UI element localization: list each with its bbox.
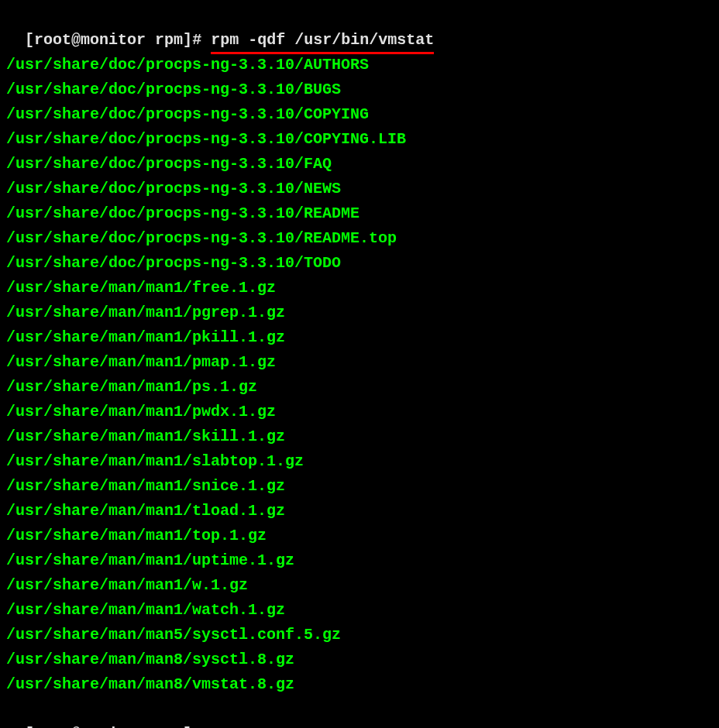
output-line: /usr/share/man/man1/tload.1.gz <box>6 499 713 524</box>
output-line: /usr/share/man/man1/ps.1.gz <box>6 375 713 400</box>
red-underline-annotation <box>211 52 434 54</box>
output-line: /usr/share/man/man1/skill.1.gz <box>6 424 713 449</box>
output-line: /usr/share/man/man1/uptime.1.gz <box>6 548 713 573</box>
output-line: /usr/share/doc/procps-ng-3.3.10/BUGS <box>6 77 713 102</box>
output-line: /usr/share/man/man5/sysctl.conf.5.gz <box>6 623 713 647</box>
output-line: /usr/share/man/man1/slabtop.1.gz <box>6 449 713 474</box>
output-line: /usr/share/man/man1/watch.1.gz <box>6 598 713 623</box>
output-line: /usr/share/man/man1/w.1.gz <box>6 573 713 598</box>
output-line: /usr/share/doc/procps-ng-3.3.10/TODO <box>6 251 713 276</box>
prompt-symbol: # <box>192 31 201 49</box>
prompt-host: monitor <box>81 725 146 728</box>
command-output: /usr/share/doc/procps-ng-3.3.10/AUTHORS/… <box>6 53 713 697</box>
command-line[interactable]: [root@monitor rpm]# rpm -qdf /usr/bin/vm… <box>6 3 713 53</box>
shell-prompt: [root@monitor rpm]# <box>25 725 201 728</box>
output-line: /usr/share/man/man1/free.1.gz <box>6 276 713 300</box>
prompt-user: root <box>34 725 71 728</box>
output-line: /usr/share/doc/procps-ng-3.3.10/NEWS <box>6 177 713 201</box>
output-line: /usr/share/doc/procps-ng-3.3.10/COPYING.… <box>6 127 713 152</box>
output-line: /usr/share/man/man1/snice.1.gz <box>6 474 713 499</box>
output-line: /usr/share/man/man1/top.1.gz <box>6 524 713 548</box>
output-line: /usr/share/man/man1/pgrep.1.gz <box>6 300 713 325</box>
output-line: /usr/share/doc/procps-ng-3.3.10/README.t… <box>6 226 713 251</box>
output-line: /usr/share/doc/procps-ng-3.3.10/AUTHORS <box>6 53 713 77</box>
command-highlight: rpm -qdf /usr/bin/vmstat <box>211 28 434 53</box>
output-line: /usr/share/doc/procps-ng-3.3.10/README <box>6 201 713 226</box>
output-line: /usr/share/man/man8/vmstat.8.gz <box>6 672 713 697</box>
next-prompt-line[interactable]: [root@monitor rpm]# <box>6 697 713 728</box>
output-line: /usr/share/man/man1/pmap.1.gz <box>6 350 713 375</box>
prompt-host: monitor <box>81 31 146 49</box>
output-line: /usr/share/man/man1/pkill.1.gz <box>6 325 713 350</box>
prompt-user: root <box>34 31 71 49</box>
output-line: /usr/share/doc/procps-ng-3.3.10/FAQ <box>6 152 713 177</box>
output-line: /usr/share/man/man8/sysctl.8.gz <box>6 647 713 672</box>
prompt-dir: rpm <box>155 725 183 728</box>
output-line: /usr/share/man/man1/pwdx.1.gz <box>6 400 713 424</box>
prompt-dir: rpm <box>155 31 183 49</box>
output-line: /usr/share/doc/procps-ng-3.3.10/COPYING <box>6 102 713 127</box>
prompt-symbol: # <box>192 725 201 728</box>
command-text: rpm -qdf /usr/bin/vmstat <box>211 31 434 49</box>
shell-prompt: [root@monitor rpm]# <box>25 31 211 49</box>
